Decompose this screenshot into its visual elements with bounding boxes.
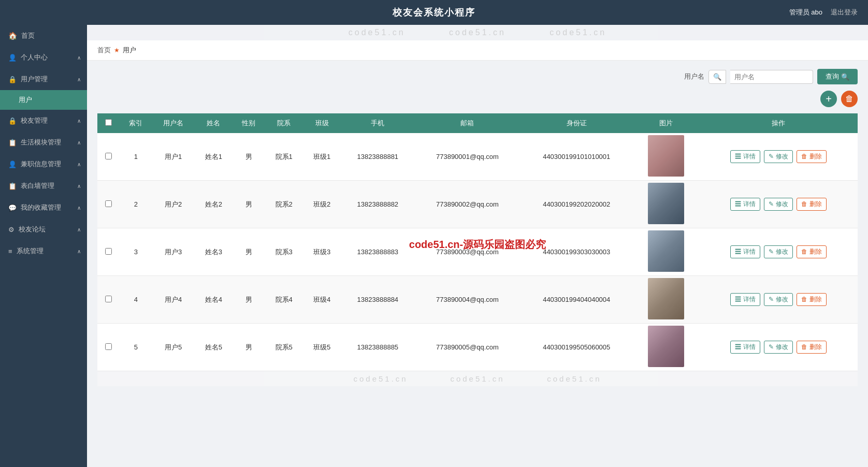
sidebar-item-users[interactable]: 用户 xyxy=(0,90,87,110)
cell-name: 姓名5 xyxy=(195,324,233,371)
search-input[interactable] xyxy=(730,70,813,84)
sidebar-item-confession-wall[interactable]: 📋 表白墙管理 ∧ xyxy=(0,175,87,197)
chevron-icon-forum: ∧ xyxy=(77,227,81,232)
row-checkbox-5[interactable] xyxy=(105,343,112,350)
delete-button-5[interactable]: 🗑 删除 xyxy=(797,341,826,354)
cell-phone: 13823888885 xyxy=(341,324,414,371)
th-checkbox xyxy=(97,113,120,133)
top-header: 校友会系统小程序 管理员 abo 退出登录 xyxy=(0,0,868,25)
add-button[interactable]: + xyxy=(820,91,837,107)
cell-class: 班级4 xyxy=(303,276,341,324)
cell-email: 773890003@qq.com xyxy=(414,228,520,276)
edit-button-1[interactable]: ✎ 修改 xyxy=(764,150,792,163)
detail-button-2[interactable]: ☰ 详情 xyxy=(730,198,760,211)
sidebar-item-home[interactable]: 🏠 首页 xyxy=(0,25,87,47)
cell-gender: 男 xyxy=(233,324,265,371)
sidebar-item-favorites[interactable]: 💬 我的收藏管理 ∧ xyxy=(0,197,87,218)
sidebar-item-alumni-mgmt[interactable]: 🔒 校友管理 ∧ xyxy=(0,110,87,132)
cell-checkbox xyxy=(97,228,120,276)
sidebar-item-life-modules[interactable]: 📋 生活模块管理 ∧ xyxy=(0,132,87,153)
cell-photo xyxy=(633,276,699,324)
cell-department: 院系4 xyxy=(265,276,303,324)
sidebar-label-forum: 校友论坛 xyxy=(19,225,46,234)
th-department: 院系 xyxy=(265,113,303,133)
cell-name: 姓名4 xyxy=(195,276,233,324)
row-checkbox-2[interactable] xyxy=(105,200,112,207)
cell-photo xyxy=(633,324,699,371)
edit-button-2[interactable]: ✎ 修改 xyxy=(764,198,792,211)
cell-username: 用户4 xyxy=(152,276,195,324)
list-icon: 📋 xyxy=(8,139,17,147)
cell-idcard: 440300199101010001 xyxy=(520,133,633,181)
sidebar-item-forum[interactable]: ⚙ 校友论坛 ∧ xyxy=(0,218,87,240)
user-photo-2 xyxy=(648,183,684,224)
cell-index: 2 xyxy=(120,181,152,228)
table-row: 3 用户3 姓名3 男 院系3 班级3 13823888883 77389000… xyxy=(97,228,858,276)
cell-department: 院系3 xyxy=(265,228,303,276)
delete-button-4[interactable]: 🗑 删除 xyxy=(797,293,826,306)
th-index: 索引 xyxy=(120,113,152,133)
sidebar-label-life-modules: 生活模块管理 xyxy=(21,138,61,147)
breadcrumb-separator: ★ xyxy=(114,47,120,54)
cell-actions: ☰ 详情 ✎ 修改 🗑 删除 xyxy=(699,276,858,324)
edit-button-3[interactable]: ✎ 修改 xyxy=(764,245,792,258)
user-photo-1 xyxy=(648,135,684,177)
user-info-area: 管理员 abo 退出登录 xyxy=(789,8,858,17)
sidebar-label-alumni-mgmt: 校友管理 xyxy=(21,116,48,125)
edit-button-5[interactable]: ✎ 修改 xyxy=(764,341,792,354)
search-icon-wrap: 🔍 xyxy=(708,70,726,84)
sidebar-label-favorites: 我的收藏管理 xyxy=(21,203,61,212)
logout-button[interactable]: 退出登录 xyxy=(831,8,858,17)
delete-button-3[interactable]: 🗑 删除 xyxy=(797,245,826,258)
board-icon: 📋 xyxy=(8,182,17,190)
user-photo-4 xyxy=(648,278,684,319)
content-area: 用户名 🔍 查询 🔍 + 🗑 xyxy=(87,61,868,395)
row-checkbox-4[interactable] xyxy=(105,296,112,302)
profile-icon: 👤 xyxy=(8,54,17,62)
select-all-checkbox[interactable] xyxy=(105,119,112,126)
search-icon: 🔍 xyxy=(713,73,721,81)
detail-button-3[interactable]: ☰ 详情 xyxy=(730,245,760,258)
batch-delete-button[interactable]: 🗑 xyxy=(841,91,858,107)
detail-button-4[interactable]: ☰ 详情 xyxy=(730,293,760,306)
th-actions: 操作 xyxy=(699,113,858,133)
cell-username: 用户3 xyxy=(152,228,195,276)
query-button[interactable]: 查询 🔍 xyxy=(817,69,858,84)
cell-checkbox xyxy=(97,181,120,228)
chevron-icon-part: ∧ xyxy=(77,162,81,167)
cell-actions: ☰ 详情 ✎ 修改 🗑 删除 xyxy=(699,324,858,371)
cell-idcard: 440300199303030003 xyxy=(520,228,633,276)
watermark-bottom: code51.cn code51.cn code51.cn xyxy=(97,371,858,386)
detail-button-1[interactable]: ☰ 详情 xyxy=(730,150,760,163)
cell-gender: 男 xyxy=(233,228,265,276)
table-row: 5 用户5 姓名5 男 院系5 班级5 13823888885 77389000… xyxy=(97,324,858,371)
th-photo: 图片 xyxy=(633,113,699,133)
chevron-icon-life: ∧ xyxy=(77,140,81,145)
table-header-row: 索引 用户名 姓名 性别 院系 班级 手机 邮箱 身份证 图片 操作 xyxy=(97,113,858,133)
th-idcard: 身份证 xyxy=(520,113,633,133)
cell-actions: ☰ 详情 ✎ 修改 🗑 删除 xyxy=(699,228,858,276)
breadcrumb-home[interactable]: 首页 xyxy=(97,46,111,55)
query-icon: 🔍 xyxy=(841,73,849,81)
sidebar-item-user-mgmt[interactable]: 🔒 用户管理 ∧ xyxy=(0,68,87,90)
chevron-icon-conf: ∧ xyxy=(77,183,81,189)
cell-gender: 男 xyxy=(233,276,265,324)
edit-button-4[interactable]: ✎ 修改 xyxy=(764,293,792,306)
sidebar-item-part-time[interactable]: 👤 兼职信息管理 ∧ xyxy=(0,153,87,175)
sidebar-item-sys-mgmt[interactable]: ≡ 系统管理 ∧ xyxy=(0,240,87,262)
cell-class: 班级1 xyxy=(303,133,341,181)
cell-phone: 13823888882 xyxy=(341,181,414,228)
cell-idcard: 440300199404040004 xyxy=(520,276,633,324)
row-checkbox-1[interactable] xyxy=(105,153,112,159)
cell-gender: 男 xyxy=(233,181,265,228)
row-checkbox-3[interactable] xyxy=(105,248,112,255)
chevron-icon-sys: ∧ xyxy=(77,249,81,254)
delete-button-1[interactable]: 🗑 删除 xyxy=(797,150,826,163)
delete-button-2[interactable]: 🗑 删除 xyxy=(797,198,826,211)
home-icon: 🏠 xyxy=(8,32,17,40)
sidebar-item-profile[interactable]: 👤 个人中心 ∧ xyxy=(0,47,87,68)
table-row: 2 用户2 姓名2 男 院系2 班级2 13823888882 77389000… xyxy=(97,181,858,228)
detail-button-5[interactable]: ☰ 详情 xyxy=(730,341,760,354)
system-icon: ≡ xyxy=(8,247,12,255)
cell-idcard: 440300199202020002 xyxy=(520,181,633,228)
